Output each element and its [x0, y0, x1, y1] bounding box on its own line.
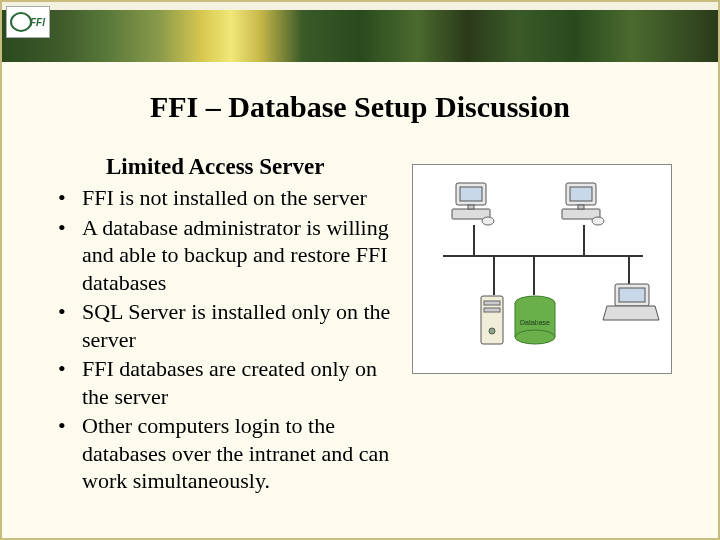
svg-rect-7 — [570, 187, 592, 201]
database-icon: Database — [511, 295, 559, 350]
text-column: Limited Access Server FFI is not install… — [38, 154, 394, 497]
bullet-list: FFI is not installed on the server A dat… — [38, 184, 394, 495]
ffi-logo: FFI — [6, 6, 50, 38]
server-icon — [478, 293, 508, 348]
list-item: A database administrator is willing and … — [58, 214, 394, 297]
desktop-icon — [448, 179, 498, 229]
list-item: Other computers login to the databases o… — [58, 412, 394, 495]
svg-rect-12 — [619, 288, 645, 302]
svg-point-10 — [592, 217, 604, 225]
svg-point-21 — [515, 330, 555, 344]
network-diagram: Database — [412, 164, 672, 374]
slide-title: FFI – Database Setup Discussion — [38, 90, 682, 124]
svg-rect-2 — [460, 187, 482, 201]
list-item: FFI is not installed on the server — [58, 184, 394, 212]
desktop-icon — [558, 179, 608, 229]
subtitle: Limited Access Server — [106, 154, 394, 180]
logo-text: FFI — [30, 17, 45, 28]
svg-rect-15 — [484, 308, 500, 312]
svg-rect-4 — [468, 205, 474, 209]
svg-rect-14 — [484, 301, 500, 305]
svg-point-5 — [482, 217, 494, 225]
laptop-icon — [601, 280, 661, 325]
svg-point-0 — [11, 13, 31, 31]
slide-body: FFI – Database Setup Discussion Limited … — [2, 62, 718, 517]
database-label: Database — [520, 319, 550, 326]
list-item: SQL Server is installed only on the serv… — [58, 298, 394, 353]
svg-rect-9 — [578, 205, 584, 209]
list-item: FFI databases are created only on the se… — [58, 355, 394, 410]
content-row: Limited Access Server FFI is not install… — [38, 154, 682, 497]
diagram-column: Database — [412, 154, 682, 497]
svg-point-16 — [489, 328, 495, 334]
header-banner: FFI — [2, 2, 718, 62]
